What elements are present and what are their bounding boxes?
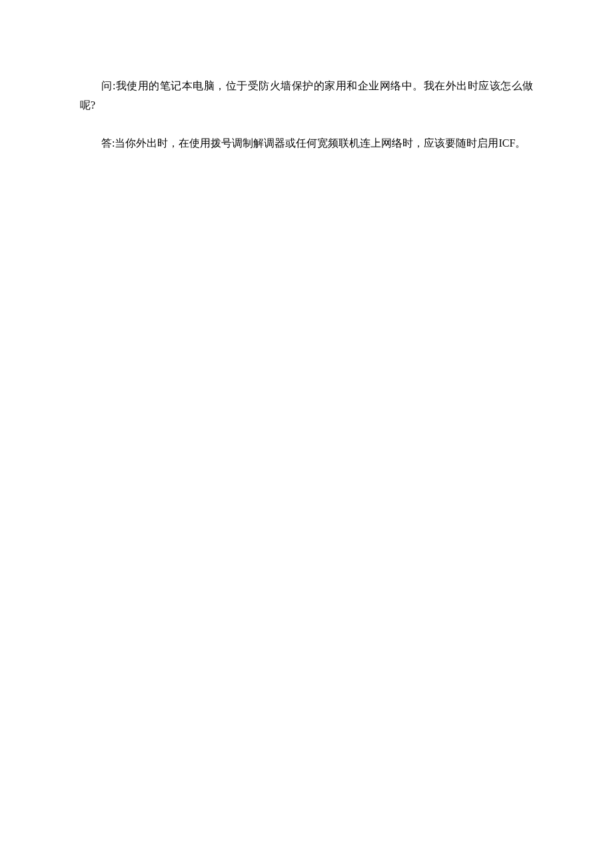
answer-paragraph: 答:当你外出时，在使用拨号调制解调器或任何宽频联机连上网络时，应该要随时启用IC… — [80, 134, 533, 153]
question-paragraph: 问:我使用的笔记本电脑，位于受防火墙保护的家用和企业网络中。我在外出时应该怎么做… — [80, 77, 533, 115]
question-text: 问:我使用的笔记本电脑，位于受防火墙保护的家用和企业网络中。我在外出时应该怎么做… — [80, 80, 533, 111]
answer-text: 答:当你外出时，在使用拨号调制解调器或任何宽频联机连上网络时，应该要随时启用IC… — [101, 137, 526, 149]
